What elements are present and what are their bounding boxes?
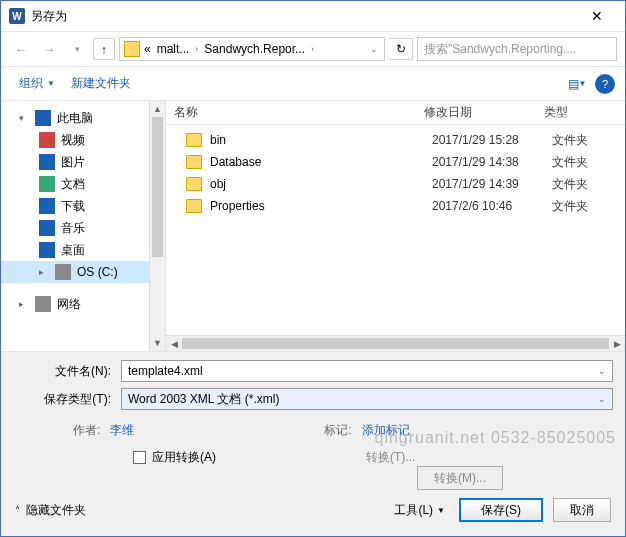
transform-label: 转换(T)...	[366, 449, 415, 466]
scroll-thumb[interactable]	[152, 117, 163, 257]
folder-icon	[186, 199, 202, 213]
network-icon	[35, 296, 51, 312]
horizontal-scrollbar[interactable]: ◀ ▶	[166, 335, 625, 351]
navigation-bar: ← → ▾ ↑ « malt... › Sandwych.Repor... › …	[1, 32, 625, 67]
word-app-icon: W	[9, 8, 25, 24]
drive-icon	[55, 264, 71, 280]
filename-label: 文件名(N):	[13, 363, 121, 380]
author-label: 作者:	[73, 422, 100, 439]
downloads-icon	[39, 198, 55, 214]
scroll-thumb[interactable]	[182, 338, 609, 349]
back-button[interactable]: ←	[9, 37, 33, 61]
close-button[interactable]: ✕	[577, 1, 617, 31]
titlebar: W 另存为 ✕	[1, 1, 625, 32]
recent-dropdown[interactable]: ▾	[65, 37, 89, 61]
checkbox-icon	[133, 451, 146, 464]
tree-network[interactable]: ▸网络	[1, 293, 165, 315]
documents-icon	[39, 176, 55, 192]
pc-icon	[35, 110, 51, 126]
pictures-icon	[39, 154, 55, 170]
hide-folders-toggle[interactable]: ˄ 隐藏文件夹	[15, 502, 86, 519]
view-options-button[interactable]: ▤ ▼	[565, 73, 589, 95]
navigation-tree: ▾此电脑 视频 图片 文档 下载 音乐 桌面 ▸OS (C:) ▸网络 ▲ ▼	[1, 101, 166, 351]
tag-label: 标记:	[324, 422, 351, 439]
column-date[interactable]: 修改日期	[424, 104, 544, 121]
file-list: bin2017/1/29 15:28文件夹 Database2017/1/29 …	[166, 125, 625, 335]
tree-downloads[interactable]: 下载	[1, 195, 165, 217]
save-button[interactable]: 保存(S)	[459, 498, 543, 522]
bottom-panel: 文件名(N): template4.xml⌄ 保存类型(T): Word 200…	[1, 351, 625, 536]
search-input[interactable]: 搜索"Sandwych.Reporting....	[417, 37, 617, 61]
breadcrumb-part[interactable]: Sandwych.Repor...	[202, 42, 307, 56]
up-button[interactable]: ↑	[93, 38, 115, 60]
sidebar-scrollbar[interactable]: ▲ ▼	[149, 101, 165, 351]
filetype-select[interactable]: Word 2003 XML 文档 (*.xml)⌄	[121, 388, 613, 410]
tree-music[interactable]: 音乐	[1, 217, 165, 239]
footer-row: ˄ 隐藏文件夹 工具(L) ▼ 保存(S) 取消	[13, 490, 613, 524]
chevron-right-icon[interactable]: ›	[309, 44, 316, 54]
chevron-right-icon[interactable]: ›	[193, 44, 200, 54]
address-dropdown-icon[interactable]: ⌄	[368, 44, 380, 54]
tree-pictures[interactable]: 图片	[1, 151, 165, 173]
column-name[interactable]: 名称	[174, 104, 424, 121]
file-row[interactable]: bin2017/1/29 15:28文件夹	[166, 129, 625, 151]
breadcrumb-part[interactable]: malt...	[155, 42, 192, 56]
tree-this-pc[interactable]: ▾此电脑	[1, 107, 165, 129]
help-button[interactable]: ?	[595, 74, 615, 94]
new-folder-button[interactable]: 新建文件夹	[63, 71, 139, 96]
file-list-pane: 名称 修改日期 类型 bin2017/1/29 15:28文件夹 Databas…	[166, 101, 625, 351]
video-icon	[39, 132, 55, 148]
folder-icon	[186, 177, 202, 191]
desktop-icon	[39, 242, 55, 258]
refresh-button[interactable]: ↻	[389, 38, 413, 60]
address-bar[interactable]: « malt... › Sandwych.Repor... › ⌄	[119, 37, 385, 61]
chevron-down-icon[interactable]: ⌄	[598, 366, 606, 376]
scroll-left-icon[interactable]: ◀	[166, 336, 182, 351]
tree-drive-c[interactable]: ▸OS (C:)	[1, 261, 165, 283]
cancel-button[interactable]: 取消	[553, 498, 611, 522]
tree-desktop[interactable]: 桌面	[1, 239, 165, 261]
toolbar: 组织 ▼ 新建文件夹 ▤ ▼ ?	[1, 67, 625, 101]
forward-button[interactable]: →	[37, 37, 61, 61]
organize-button[interactable]: 组织 ▼	[11, 71, 63, 96]
apply-transform-checkbox[interactable]: 应用转换(A)	[133, 449, 216, 466]
convert-row: 应用转换(A) 转换(T)...	[13, 439, 613, 470]
filename-input[interactable]: template4.xml⌄	[121, 360, 613, 382]
column-type[interactable]: 类型	[544, 104, 625, 121]
music-icon	[39, 220, 55, 236]
chevron-up-icon: ˄	[15, 505, 20, 516]
tag-value[interactable]: 添加标记	[362, 422, 410, 439]
window-title: 另存为	[31, 8, 577, 25]
tree-videos[interactable]: 视频	[1, 129, 165, 151]
body-area: ▾此电脑 视频 图片 文档 下载 音乐 桌面 ▸OS (C:) ▸网络 ▲ ▼ …	[1, 101, 625, 351]
file-row[interactable]: Properties2017/2/6 10:46文件夹	[166, 195, 625, 217]
save-as-dialog: W 另存为 ✕ ← → ▾ ↑ « malt... › Sandwych.Rep…	[0, 0, 626, 537]
scroll-right-icon[interactable]: ▶	[609, 336, 625, 351]
scroll-up-icon[interactable]: ▲	[150, 101, 165, 117]
folder-icon	[186, 133, 202, 147]
author-value[interactable]: 李维	[110, 422, 134, 439]
file-row[interactable]: Database2017/1/29 14:38文件夹	[166, 151, 625, 173]
column-headers: 名称 修改日期 类型	[166, 101, 625, 125]
breadcrumb-overflow[interactable]: «	[142, 42, 153, 56]
tools-button[interactable]: 工具(L) ▼	[390, 500, 449, 521]
folder-icon	[124, 41, 140, 57]
tree-documents[interactable]: 文档	[1, 173, 165, 195]
folder-icon	[186, 155, 202, 169]
scroll-down-icon[interactable]: ▼	[150, 335, 165, 351]
chevron-down-icon[interactable]: ⌄	[598, 394, 606, 404]
file-row[interactable]: obj2017/1/29 14:39文件夹	[166, 173, 625, 195]
filetype-label: 保存类型(T):	[13, 391, 121, 408]
metadata-row: 作者:李维 标记:添加标记	[13, 416, 613, 439]
